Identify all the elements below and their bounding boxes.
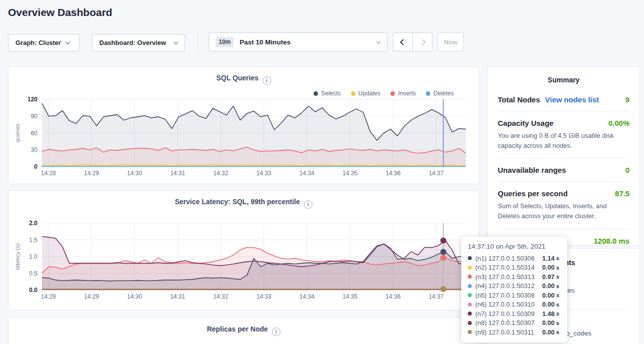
tooltip-node-label: (n4) 127.0.0.1:50312 [475, 282, 542, 290]
x-tick-label: 14:37 [429, 170, 444, 177]
tooltip-node-value: 0.00 [542, 264, 555, 271]
chart-title: Replicas per Nodei [8, 325, 479, 336]
tooltip-node-label: (n8) 127.0.0.1:50307 [475, 319, 542, 327]
tooltip-node-value: 0.00 [542, 282, 555, 290]
tooltip-node-value: 0.00 [542, 319, 555, 327]
x-tick-label: 14:32 [213, 170, 228, 177]
tooltip-time: 14:37:10 [468, 243, 494, 250]
tooltip-rows: (n1) 127.0.0.1:503061.14s(n2) 127.0.0.1:… [468, 254, 561, 337]
tooltip-row: (n5) 127.0.0.1:503080.00s [468, 291, 561, 300]
y-tick-label: 1.5 [29, 237, 37, 244]
summary-row-label: Capacity Usage [498, 119, 554, 127]
time-range-label: Past 10 Minutes [240, 38, 291, 46]
series-color-dot [468, 321, 472, 325]
chart-hover-tooltip: 14:37:10 on Apr 5th, 2021 (n1) 127.0.0.1… [461, 237, 567, 343]
graph-scope-dropdown[interactable]: Graph: Cluster [8, 34, 79, 51]
x-tick-label: 14:31 [170, 293, 185, 300]
x-tick-label: 14:33 [256, 293, 271, 300]
y-tick-label: 0.5 [29, 270, 37, 277]
service-latency-chart[interactable]: 14:2814:2914:3014:3114:3214:3314:3414:35… [8, 191, 479, 310]
y-axis-label: queries [14, 123, 20, 142]
x-tick-label: 14:28 [41, 293, 56, 300]
tooltip-row: (n7) 127.0.0.1:503091.48s [468, 309, 561, 319]
now-button[interactable]: Now [438, 32, 464, 51]
summary-row-label: Total Nodes [498, 95, 540, 104]
summary-row: Capacity Usage0.00%You are using 0 B of … [498, 111, 630, 158]
toolbar-divider [198, 32, 198, 51]
tooltip-row: (n2) 127.0.0.1:503140.00s [468, 263, 561, 273]
sql-queries-chart[interactable]: 14:2814:2914:3014:3114:3214:3314:3414:35… [8, 67, 479, 184]
page-title: Overview Dashboard [8, 6, 112, 18]
tooltip-node-value: 0.00 [542, 301, 555, 308]
graph-scope-label: Graph: Cluster [15, 39, 61, 46]
x-tick-label: 14:36 [385, 170, 400, 177]
summary-row-label: Queries per second [498, 189, 568, 198]
dashboard-dropdown[interactable]: Dashboard: Overview [92, 34, 185, 51]
x-tick-label: 14:36 [385, 293, 400, 300]
y-tick-label: 60 [31, 130, 38, 137]
series-color-dot [468, 312, 472, 316]
info-icon[interactable]: i [272, 328, 281, 336]
tooltip-node-value: 0.00 [542, 292, 555, 299]
chevron-left-icon [400, 39, 406, 45]
x-tick-label: 14:34 [300, 170, 315, 177]
time-range-badge: 10m [216, 37, 234, 47]
x-tick-label: 14:34 [300, 293, 315, 300]
chevron-down-icon [174, 39, 179, 44]
replicas-title: Replicas per Node [207, 325, 268, 333]
tooltip-node-value: 1.14 [542, 255, 555, 262]
summary-row-value: 1208.0 ms [594, 237, 630, 245]
y-tick-label: 0.0 [29, 287, 37, 294]
chevron-down-icon [65, 39, 70, 44]
tooltip-node-label: (n5) 127.0.0.1:50308 [475, 292, 542, 299]
x-tick-label: 14:28 [41, 170, 56, 177]
x-tick-label: 14:30 [127, 170, 142, 177]
x-tick-label: 14:33 [256, 170, 271, 177]
tooltip-row: (n9) 127.0.0.1:503110.00s [468, 328, 561, 337]
summary-row: Queries per second87.5Sum of Selects, Up… [498, 182, 630, 229]
y-tick-label: 0 [34, 163, 37, 170]
tooltip-node-value: 0.97 [542, 273, 555, 281]
y-tick-label: 1.0 [29, 253, 37, 260]
chevron-right-icon [419, 39, 426, 45]
tooltip-row: (n3) 127.0.0.1:503130.97s [468, 272, 561, 282]
sql-queries-card: SQL Queriesi SelectsUpdatesInsertsDelete… [8, 66, 479, 184]
crosshair-dot [440, 286, 446, 292]
tooltip-node-label: (n7) 127.0.0.1:50309 [475, 310, 542, 318]
crosshair-dot [440, 249, 446, 255]
prev-range-button[interactable] [393, 32, 413, 51]
time-range-nav [393, 32, 432, 51]
summary-row-value: 0.00% [608, 119, 630, 127]
x-tick-label: 14:35 [342, 170, 357, 177]
summary-row-description: You are using 0 B of 4.5 GiB usable disk… [498, 131, 630, 151]
view-nodes-list-link[interactable]: View nodes list [545, 95, 599, 104]
tooltip-node-unit: s [556, 292, 559, 298]
tooltip-node-label: (n1) 127.0.0.1:50306 [475, 255, 542, 262]
tooltip-node-label: (n9) 127.0.0.1:50311 [475, 329, 542, 336]
chevron-down-icon [376, 39, 381, 44]
y-axis-label: latency (s) [14, 243, 20, 270]
tooltip-node-unit: s [556, 255, 559, 261]
tooltip-row: (n1) 127.0.0.1:503061.14s [468, 254, 561, 263]
series-color-dot [468, 284, 472, 288]
tooltip-node-label: (n6) 127.0.0.1:50310 [475, 301, 542, 308]
tooltip-node-label: (n3) 127.0.0.1:50313 [475, 273, 542, 281]
tooltip-node-unit: s [556, 320, 559, 326]
summary-row-label: Unavailable ranges [498, 166, 566, 174]
y-tick-label: 120 [27, 96, 37, 103]
series-color-dot [468, 256, 472, 260]
replicas-per-node-card: Replicas per Nodei [8, 318, 479, 344]
time-range-dropdown[interactable]: 10m Past 10 Minutes [209, 32, 387, 51]
x-tick-label: 14:32 [213, 293, 228, 300]
summary-rows: Total NodesView nodes list9Capacity Usag… [498, 88, 630, 252]
tooltip-date: on Apr 5th, 2021 [496, 243, 545, 250]
series-color-dot [468, 275, 472, 279]
x-tick-label: 14:35 [342, 293, 357, 300]
series-color-dot [468, 266, 472, 270]
series-area [42, 103, 466, 167]
summary-row-value: 9 [626, 95, 630, 104]
tooltip-node-value: 1.48 [542, 310, 555, 318]
y-tick-label: 2.0 [29, 220, 37, 227]
next-range-button[interactable] [412, 32, 432, 51]
series-color-dot [468, 330, 472, 334]
